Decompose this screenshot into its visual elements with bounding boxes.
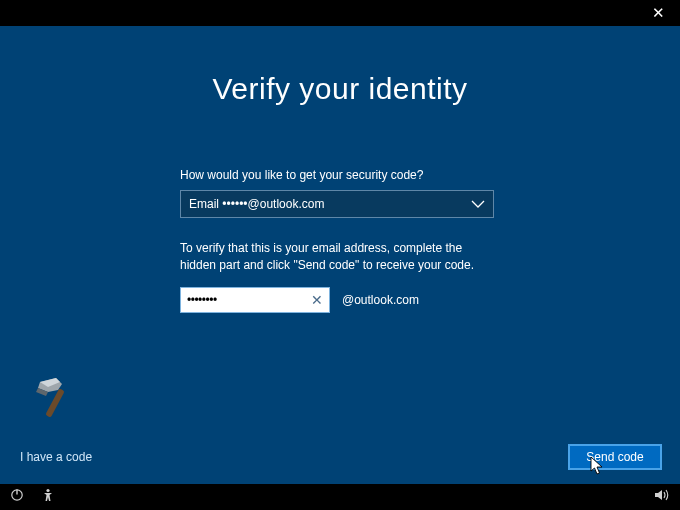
clear-input-icon[interactable]: ✕ [311,292,323,308]
email-domain-suffix: @outlook.com [342,293,419,307]
verify-form: How would you like to get your security … [180,168,520,313]
select-masked: •••••• [222,197,247,211]
ease-of-access-icon[interactable] [42,488,54,506]
select-prefix: Email [189,197,222,211]
email-input-value: •••••••• [187,293,217,307]
page-title: Verify your identity [0,72,680,106]
have-code-link[interactable]: I have a code [20,450,92,464]
svg-point-3 [46,489,49,492]
mouse-cursor-icon [590,456,604,476]
svg-rect-0 [45,388,64,417]
taskbar [0,484,680,510]
select-domain: @outlook.com [248,197,325,211]
method-prompt: How would you like to get your security … [180,168,520,182]
verification-method-select[interactable]: Email ••••••@outlook.com [180,190,494,218]
volume-icon[interactable] [654,488,670,506]
email-row: •••••••• ✕ @outlook.com [180,287,520,313]
titlebar: ✕ [0,0,680,26]
chevron-down-icon [471,200,485,208]
verify-instructions: To verify that this is your email addres… [180,240,500,275]
close-icon[interactable]: ✕ [644,4,672,22]
select-value: Email ••••••@outlook.com [189,197,324,211]
send-code-button[interactable]: Send code [568,444,662,470]
main-panel: Verify your identity How would you like … [0,26,680,484]
hammer-icon [24,374,72,426]
email-input[interactable]: •••••••• ✕ [180,287,330,313]
power-icon[interactable] [10,488,24,506]
